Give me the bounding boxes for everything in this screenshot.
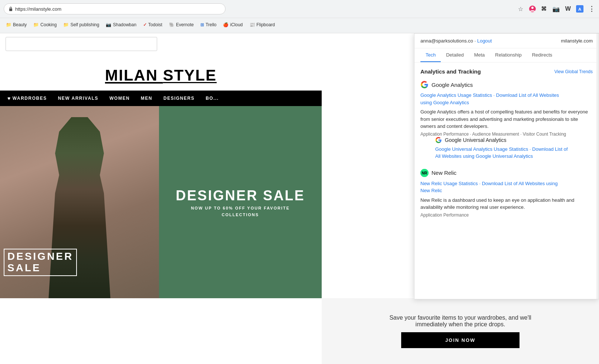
nav-wardrobes-label: WARDROBES <box>13 96 47 101</box>
gua-logo <box>435 137 442 143</box>
bookmark-cooking-label: Cooking <box>40 22 57 27</box>
popup-body: Analytics and Tracking View Global Trend… <box>414 62 599 299</box>
dsr-sub1: NOW UP TO 60% OFF YOUR FAVORITE <box>176 206 305 210</box>
designer-sale-right: DESIGNER SALE NOW UP TO 60% OFF YOUR FAV… <box>176 188 305 217</box>
view-global-trends-link[interactable]: View Global Trends <box>554 69 593 74</box>
site-search-input[interactable] <box>6 37 157 51</box>
designer-sale-overlay: DESIGNER SALE <box>4 249 77 276</box>
nav-more-label: BO... <box>206 96 219 101</box>
tab-relationship[interactable]: Relationship <box>490 48 527 62</box>
join-now-label: JOIN NOW <box>445 337 476 343</box>
heart-icon: ♥ <box>7 95 11 101</box>
tool-name-row-ga: Google Analytics <box>420 81 593 89</box>
bookmark-trello[interactable]: ⊞ Trello <box>197 21 220 28</box>
dsr-sub2: COLLECTIONS <box>176 212 305 217</box>
analytics-section-header: Analytics and Tracking View Global Trend… <box>420 68 593 75</box>
bookmark-selfpublishing[interactable]: 📁 Self publishing <box>60 21 102 28</box>
camera-icon[interactable]: 📷 <box>552 5 560 13</box>
bookmark-icloud-label: iCloud <box>230 22 243 27</box>
bookmark-selfpublishing-label: Self publishing <box>70 22 99 27</box>
newrelic-logo: NR <box>420 169 429 177</box>
gua-name: Google Universal Analytics <box>445 137 507 143</box>
join-now-button[interactable]: JOIN NOW <box>401 332 520 348</box>
bookmark-flipboard-label: Flipboard <box>257 22 275 27</box>
hero-left: DESIGNER SALE <box>0 106 159 298</box>
hero-right: DESIGNER SALE NOW UP TO 60% OFF YOUR FAV… <box>159 106 322 298</box>
bookmark-beauty-label: Beauty <box>13 22 27 27</box>
popup-user-info: anna@sparksolutions.co · Logout <box>420 38 492 44</box>
bottom-section: Save your favourite items to your wardro… <box>322 298 599 364</box>
google-analytics-name: Google Analytics <box>432 82 473 88</box>
popup-header: anna@sparksolutions.co · Logout milansty… <box>414 34 599 48</box>
address-bar[interactable]: https://milanstyle.com <box>4 3 226 14</box>
nav-newarrivals-label: NEW ARRIVALS <box>58 96 98 101</box>
nav-women-label: WOMEN <box>109 96 130 101</box>
profile-icon[interactable]: A <box>576 5 583 13</box>
logo-part1: MILAN <box>105 67 163 84</box>
tab-detailed[interactable]: Detailed <box>441 48 469 62</box>
newrelic-logo-circle: NR <box>420 169 429 177</box>
svg-rect-0 <box>9 8 12 11</box>
nav-men[interactable]: MEN <box>141 96 152 101</box>
newrelic-tags: Application Performance <box>420 212 593 218</box>
extension-icon[interactable] <box>541 5 548 13</box>
user-email: anna@sparksolutions.co <box>420 38 473 44</box>
designer-text-d: DESIGNER <box>7 251 73 262</box>
main-content: MILAN STYLE ♥ WARDROBES NEW ARRIVALS WOM… <box>0 33 599 364</box>
dsr-title: DESIGNER SALE <box>176 188 305 204</box>
nav-more[interactable]: BO... <box>206 96 219 101</box>
bookmark-shadowban[interactable]: 📷 Shadowban <box>103 21 139 28</box>
tab-meta[interactable]: Meta <box>469 48 490 62</box>
tab-tech[interactable]: Tech <box>420 48 441 62</box>
bookmark-todoist[interactable]: ✓ Todoist <box>140 21 165 28</box>
ga-link-1[interactable]: Google Analytics Usage Statistics <box>420 92 492 98</box>
tool-google-analytics: Google Analytics Google Analytics Usage … <box>420 81 593 160</box>
bookmark-beauty[interactable]: 📁 Beauty <box>3 21 30 28</box>
bookmark-flipboard[interactable]: 📰 Flipboard <box>247 21 278 28</box>
popup-tabs: Tech Detailed Meta Relationship Redirect… <box>414 48 599 62</box>
analytics-section-title: Analytics and Tracking <box>420 68 481 75</box>
svg-point-2 <box>531 7 534 9</box>
designer-text-s: SALE <box>7 262 73 274</box>
account-icon[interactable] <box>529 5 536 13</box>
bookmark-evernote-label: Evernote <box>176 22 194 27</box>
newrelic-desc: New Relic is a dashboard used to keep an… <box>420 197 593 211</box>
address-bar-row: https://milanstyle.com ☆ 📷 W <box>0 0 599 18</box>
logo-part2: STYLE <box>163 67 217 84</box>
google-analytics-tags: Application Performance · Audience Measu… <box>420 132 593 137</box>
scroll-indicator <box>596 34 599 299</box>
google-analytics-desc: Google Analytics offers a host of compel… <box>420 108 593 130</box>
wardrobes-save-text: Save your favourite items to your wardro… <box>389 314 531 328</box>
w-icon[interactable]: W <box>564 5 572 13</box>
google-analytics-logo <box>420 81 429 89</box>
nav-women[interactable]: WOMEN <box>109 96 130 101</box>
nav-men-label: MEN <box>141 96 152 101</box>
bookmark-cooking[interactable]: 📁 Cooking <box>30 21 60 28</box>
tab-redirects[interactable]: Redirects <box>527 48 558 62</box>
site-logo-area: MILAN STYLE <box>0 63 322 88</box>
bookmark-trello-label: Trello <box>206 22 217 27</box>
svg-text:NR: NR <box>422 171 427 175</box>
bookmark-icloud[interactable]: 🍎 iCloud <box>220 21 246 28</box>
site-logo: MILAN STYLE <box>105 67 217 84</box>
star-icon[interactable]: ☆ <box>517 5 524 13</box>
logout-link[interactable]: Logout <box>477 38 492 44</box>
sub-tool-name-row-gua: Google Universal Analytics <box>435 137 593 143</box>
site-nav: ♥ WARDROBES NEW ARRIVALS WOMEN MEN DESIG… <box>0 91 322 106</box>
svg-text:A: A <box>578 7 582 12</box>
nr-link-1[interactable]: New Relic Usage Statistics <box>420 181 478 186</box>
designer-text: DESIGNER SALE <box>4 249 77 276</box>
newrelic-links: New Relic Usage Statistics · Download Li… <box>420 180 593 194</box>
bookmark-shadowban-label: Shadowban <box>113 22 136 27</box>
extension-popup: anna@sparksolutions.co · Logout milansty… <box>414 33 599 299</box>
bookmarks-bar: 📁 Beauty 📁 Cooking 📁 Self publishing 📷 S… <box>0 18 599 31</box>
popup-domain: milanstyle.com <box>561 38 593 44</box>
nav-designers-label: DESIGNERS <box>163 96 194 101</box>
lock-icon <box>9 6 13 11</box>
nav-wardrobes[interactable]: ♥ WARDROBES <box>7 95 47 101</box>
bookmark-evernote[interactable]: 🐘 Evernote <box>166 21 197 28</box>
nav-designers[interactable]: DESIGNERS <box>163 96 194 101</box>
gua-link-1[interactable]: Google Universal Analytics Usage Statist… <box>435 146 528 152</box>
nav-newarrivals[interactable]: NEW ARRIVALS <box>58 96 98 101</box>
menu-icon[interactable]: ⋮ <box>588 5 595 13</box>
